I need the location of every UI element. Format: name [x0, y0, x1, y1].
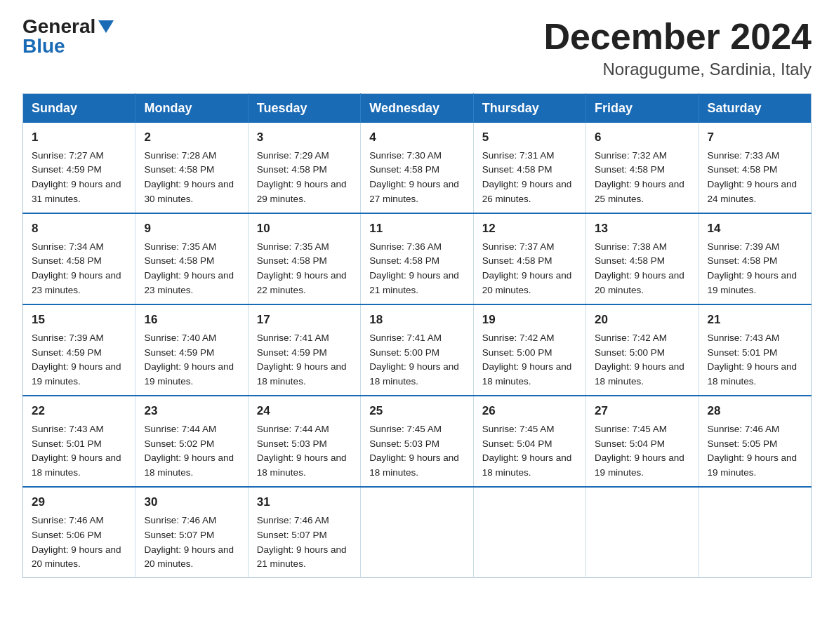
calendar-cell: 23Sunrise: 7:44 AMSunset: 5:02 PMDayligh…	[135, 396, 248, 487]
calendar-cell: 18Sunrise: 7:41 AMSunset: 5:00 PMDayligh…	[361, 304, 473, 396]
calendar-cell: 5Sunrise: 7:31 AMSunset: 4:58 PMDaylight…	[473, 123, 585, 213]
calendar-cell: 13Sunrise: 7:38 AMSunset: 4:58 PMDayligh…	[586, 213, 699, 304]
day-number: 11	[369, 220, 464, 238]
calendar-week-row: 1Sunrise: 7:27 AMSunset: 4:59 PMDaylight…	[23, 123, 812, 213]
day-number: 20	[595, 311, 689, 329]
day-info: Sunrise: 7:39 AMSunset: 4:58 PMDaylight:…	[708, 241, 797, 296]
day-info: Sunrise: 7:45 AMSunset: 5:04 PMDaylight:…	[595, 424, 684, 478]
calendar-cell	[361, 487, 473, 578]
header-wednesday: Wednesday	[361, 94, 473, 123]
header-saturday: Saturday	[699, 94, 811, 123]
page-header: General Blue December 2024 Noragugume, S…	[22, 17, 812, 79]
logo-general-text: General	[22, 17, 95, 36]
day-info: Sunrise: 7:36 AMSunset: 4:58 PMDaylight:…	[369, 241, 459, 296]
day-number: 4	[369, 128, 464, 147]
calendar-cell: 27Sunrise: 7:45 AMSunset: 5:04 PMDayligh…	[586, 396, 699, 487]
day-number: 19	[482, 311, 577, 329]
day-number: 6	[595, 128, 689, 147]
logo: General Blue	[22, 17, 114, 56]
calendar-cell: 7Sunrise: 7:33 AMSunset: 4:58 PMDaylight…	[699, 123, 811, 213]
day-number: 23	[144, 402, 239, 420]
calendar-cell: 15Sunrise: 7:39 AMSunset: 4:59 PMDayligh…	[23, 304, 135, 396]
day-number: 8	[32, 220, 126, 238]
day-number: 22	[32, 402, 126, 420]
day-info: Sunrise: 7:34 AMSunset: 4:58 PMDaylight:…	[32, 241, 121, 296]
calendar-table: SundayMondayTuesdayWednesdayThursdayFrid…	[22, 93, 812, 578]
day-info: Sunrise: 7:41 AMSunset: 5:00 PMDaylight:…	[369, 333, 459, 387]
calendar-cell: 29Sunrise: 7:46 AMSunset: 5:06 PMDayligh…	[23, 487, 135, 578]
calendar-cell: 11Sunrise: 7:36 AMSunset: 4:58 PMDayligh…	[361, 213, 473, 304]
calendar-cell: 9Sunrise: 7:35 AMSunset: 4:58 PMDaylight…	[135, 213, 248, 304]
calendar-cell: 8Sunrise: 7:34 AMSunset: 4:58 PMDaylight…	[23, 213, 135, 304]
calendar-week-row: 15Sunrise: 7:39 AMSunset: 4:59 PMDayligh…	[23, 304, 812, 396]
header-thursday: Thursday	[473, 94, 585, 123]
header-tuesday: Tuesday	[248, 94, 360, 123]
logo-triangle-icon	[98, 18, 114, 33]
location-title: Noragugume, Sardinia, Italy	[543, 60, 812, 79]
day-info: Sunrise: 7:46 AMSunset: 5:07 PMDaylight:…	[144, 515, 234, 570]
day-number: 3	[257, 128, 352, 147]
day-info: Sunrise: 7:41 AMSunset: 4:59 PMDaylight:…	[257, 333, 347, 387]
day-info: Sunrise: 7:43 AMSunset: 5:01 PMDaylight:…	[708, 333, 797, 387]
calendar-header-row: SundayMondayTuesdayWednesdayThursdayFrid…	[23, 94, 812, 123]
day-number: 14	[708, 220, 802, 238]
day-number: 31	[257, 493, 352, 511]
day-info: Sunrise: 7:27 AMSunset: 4:59 PMDaylight:…	[32, 150, 121, 205]
calendar-cell: 3Sunrise: 7:29 AMSunset: 4:58 PMDaylight…	[248, 123, 360, 213]
day-info: Sunrise: 7:28 AMSunset: 4:58 PMDaylight:…	[144, 150, 234, 205]
calendar-week-row: 22Sunrise: 7:43 AMSunset: 5:01 PMDayligh…	[23, 396, 812, 487]
header-sunday: Sunday	[23, 94, 135, 123]
day-number: 2	[144, 128, 239, 147]
calendar-cell: 25Sunrise: 7:45 AMSunset: 5:03 PMDayligh…	[361, 396, 473, 487]
day-info: Sunrise: 7:45 AMSunset: 5:04 PMDaylight:…	[482, 424, 572, 478]
day-number: 1	[32, 128, 126, 147]
day-number: 21	[708, 311, 802, 329]
calendar-cell: 31Sunrise: 7:46 AMSunset: 5:07 PMDayligh…	[248, 487, 360, 578]
day-number: 9	[144, 220, 239, 238]
day-info: Sunrise: 7:32 AMSunset: 4:58 PMDaylight:…	[595, 150, 684, 205]
day-number: 25	[369, 402, 464, 420]
calendar-cell	[473, 487, 585, 578]
day-info: Sunrise: 7:38 AMSunset: 4:58 PMDaylight:…	[595, 241, 684, 296]
day-number: 17	[257, 311, 352, 329]
day-info: Sunrise: 7:35 AMSunset: 4:58 PMDaylight:…	[257, 241, 347, 296]
calendar-cell: 12Sunrise: 7:37 AMSunset: 4:58 PMDayligh…	[473, 213, 585, 304]
calendar-cell: 20Sunrise: 7:42 AMSunset: 5:00 PMDayligh…	[586, 304, 699, 396]
calendar-cell: 26Sunrise: 7:45 AMSunset: 5:04 PMDayligh…	[473, 396, 585, 487]
day-info: Sunrise: 7:29 AMSunset: 4:58 PMDaylight:…	[257, 150, 347, 205]
day-info: Sunrise: 7:42 AMSunset: 5:00 PMDaylight:…	[482, 333, 572, 387]
day-info: Sunrise: 7:46 AMSunset: 5:06 PMDaylight:…	[32, 515, 121, 570]
day-info: Sunrise: 7:35 AMSunset: 4:58 PMDaylight:…	[144, 241, 234, 296]
day-info: Sunrise: 7:31 AMSunset: 4:58 PMDaylight:…	[482, 150, 572, 205]
day-number: 12	[482, 220, 577, 238]
day-info: Sunrise: 7:37 AMSunset: 4:58 PMDaylight:…	[482, 241, 572, 296]
calendar-cell: 14Sunrise: 7:39 AMSunset: 4:58 PMDayligh…	[699, 213, 811, 304]
calendar-cell: 1Sunrise: 7:27 AMSunset: 4:59 PMDaylight…	[23, 123, 135, 213]
calendar-cell	[699, 487, 811, 578]
day-number: 15	[32, 311, 126, 329]
calendar-week-row: 29Sunrise: 7:46 AMSunset: 5:06 PMDayligh…	[23, 487, 812, 578]
header-monday: Monday	[135, 94, 248, 123]
day-info: Sunrise: 7:43 AMSunset: 5:01 PMDaylight:…	[32, 424, 121, 478]
calendar-cell: 2Sunrise: 7:28 AMSunset: 4:58 PMDaylight…	[135, 123, 248, 213]
calendar-cell: 17Sunrise: 7:41 AMSunset: 4:59 PMDayligh…	[248, 304, 360, 396]
day-number: 5	[482, 128, 577, 147]
month-title: December 2024	[543, 17, 812, 57]
day-info: Sunrise: 7:46 AMSunset: 5:07 PMDaylight:…	[257, 515, 347, 570]
day-number: 10	[257, 220, 352, 238]
day-info: Sunrise: 7:44 AMSunset: 5:03 PMDaylight:…	[257, 424, 347, 478]
day-info: Sunrise: 7:30 AMSunset: 4:58 PMDaylight:…	[369, 150, 459, 205]
day-number: 16	[144, 311, 239, 329]
day-number: 30	[144, 493, 239, 511]
day-number: 7	[708, 128, 802, 147]
day-number: 29	[32, 493, 126, 511]
calendar-cell: 16Sunrise: 7:40 AMSunset: 4:59 PMDayligh…	[135, 304, 248, 396]
calendar-cell: 10Sunrise: 7:35 AMSunset: 4:58 PMDayligh…	[248, 213, 360, 304]
day-number: 18	[369, 311, 464, 329]
calendar-cell: 21Sunrise: 7:43 AMSunset: 5:01 PMDayligh…	[699, 304, 811, 396]
day-info: Sunrise: 7:44 AMSunset: 5:02 PMDaylight:…	[144, 424, 234, 478]
day-info: Sunrise: 7:42 AMSunset: 5:00 PMDaylight:…	[595, 333, 684, 387]
header-friday: Friday	[586, 94, 699, 123]
day-number: 28	[708, 402, 802, 420]
calendar-cell: 24Sunrise: 7:44 AMSunset: 5:03 PMDayligh…	[248, 396, 360, 487]
